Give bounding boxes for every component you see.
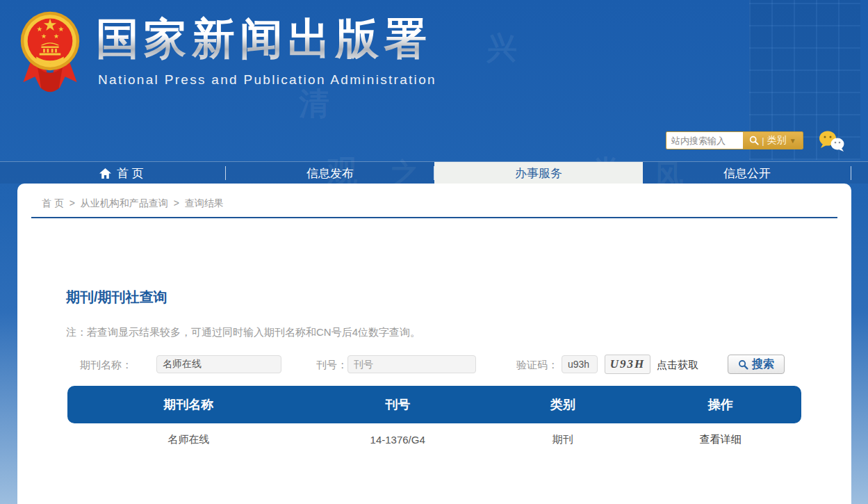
breadcrumb-current: 查询结果 xyxy=(185,197,224,209)
page-title: 期刊/期刊社查询 xyxy=(66,288,167,307)
captcha-input[interactable] xyxy=(562,355,598,373)
cn-number-input[interactable] xyxy=(347,355,476,373)
search-icon[interactable] xyxy=(749,136,759,145)
chevron-down-icon[interactable]: ▼ xyxy=(789,137,796,145)
nav-item-news[interactable]: 信息发布 xyxy=(226,162,434,184)
search-divider: | xyxy=(762,136,764,146)
nav-item-label: 办事服务 xyxy=(515,165,562,181)
cell-journal-name: 名师在线 xyxy=(67,433,309,446)
national-emblem-logo xyxy=(19,10,81,99)
search-category-dropdown[interactable]: 类别 xyxy=(767,134,787,147)
query-note: 注：若查询显示结果较多，可通过同时输入期刊名称和CN号后4位数字查询。 xyxy=(66,326,420,339)
search-icon xyxy=(738,359,748,370)
col-header-category: 类别 xyxy=(486,396,640,413)
nav-item-label: 信息公开 xyxy=(723,165,771,181)
col-header-cn-number: 刊号 xyxy=(309,396,485,413)
journal-name-label: 期刊名称： xyxy=(80,359,132,372)
site-subtitle: National Press and Publication Administr… xyxy=(98,72,436,88)
breadcrumb-separator: > xyxy=(69,197,75,209)
content-panel: 首 页 > 从业机构和产品查询 > 查询结果 期刊/期刊社查询 注：若查询显示结… xyxy=(17,184,851,504)
nav-item-services[interactable]: 办事服务 xyxy=(434,162,643,184)
view-detail-link[interactable]: 查看详细 xyxy=(700,433,742,445)
breadcrumb-query[interactable]: 从业机构和产品查询 xyxy=(81,197,168,209)
watermark-text: 兴 xyxy=(486,28,517,69)
breadcrumb-separator: > xyxy=(174,197,179,209)
results-table: 期刊名称 刊号 类别 操作 名师在线 14-1376/G4 期刊 查看详细 xyxy=(67,386,801,455)
home-icon xyxy=(99,168,111,179)
table-row: 名师在线 14-1376/G4 期刊 查看详细 xyxy=(67,423,801,455)
query-form: 期刊名称： 刊号： 验证码： U93H 点击获取 搜索 xyxy=(17,355,851,375)
search-button-label: 搜索 xyxy=(752,357,774,372)
results-table-header: 期刊名称 刊号 类别 操作 xyxy=(67,386,801,423)
nav-item-home[interactable]: 首 页 xyxy=(17,162,226,184)
cell-action: 查看详细 xyxy=(640,433,801,446)
page: 观 之 类 风 清 兴 xyxy=(0,0,868,504)
site-header: 观 之 类 风 清 兴 xyxy=(0,0,868,161)
nav-item-label: 首 页 xyxy=(117,165,144,181)
site-search-controls: | 类别 ▼ xyxy=(743,132,803,149)
main-nav: 首 页 信息发布 办事服务 信息公开 xyxy=(0,161,868,184)
col-header-action: 操作 xyxy=(640,396,801,413)
search-button[interactable]: 搜索 xyxy=(728,355,785,374)
cell-cn-number: 14-1376/G4 xyxy=(309,434,485,446)
captcha-refresh-link[interactable]: 点击获取 xyxy=(657,359,698,372)
watermark-text: 清 xyxy=(299,83,329,124)
nav-item-label: 信息发布 xyxy=(306,165,354,181)
cell-category: 期刊 xyxy=(486,433,640,446)
nav-item-disclosure[interactable]: 信息公开 xyxy=(643,162,851,184)
wechat-icon[interactable] xyxy=(817,130,846,155)
site-search-bar: | 类别 ▼ xyxy=(666,131,803,149)
journal-name-input[interactable] xyxy=(156,355,281,373)
captcha-label: 验证码： xyxy=(516,359,558,372)
breadcrumb-rule xyxy=(31,217,837,218)
site-title: 国家新闻出版署 xyxy=(96,15,432,63)
cn-number-label: 刊号： xyxy=(316,359,347,372)
breadcrumb-home[interactable]: 首 页 xyxy=(42,197,64,209)
col-header-journal-name: 期刊名称 xyxy=(67,396,309,413)
captcha-image[interactable]: U93H xyxy=(605,355,650,374)
breadcrumb: 首 页 > 从业机构和产品查询 > 查询结果 xyxy=(42,197,227,210)
site-search-input[interactable] xyxy=(666,132,743,149)
